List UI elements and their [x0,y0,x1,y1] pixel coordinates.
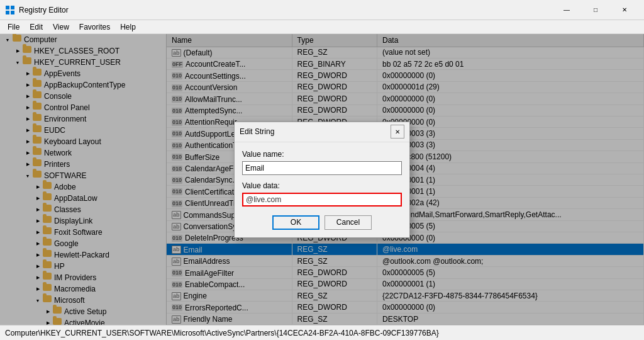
menu-bar: FileEditViewFavoritesHelp [0,20,644,34]
app-icon [5,5,15,15]
svg-rect-3 [11,11,14,14]
svg-rect-2 [6,11,9,14]
menu-item-edit[interactable]: Edit [25,21,48,33]
edit-string-dialog: Edit String ✕ Value name: Value data: OK… [234,122,410,238]
menu-item-favorites[interactable]: Favorites [74,21,115,33]
menu-item-help[interactable]: Help [115,21,141,33]
minimize-button[interactable]: — [552,0,581,20]
status-path: Computer\HKEY_CURRENT_USER\SOFTWARE\Micr… [5,329,439,337]
window-controls: — □ ✕ [552,0,639,20]
modal-overlay: Edit String ✕ Value name: Value data: OK… [0,34,644,325]
dialog-body: Value name: Value data: OK Cancel [235,142,409,237]
value-name-label: Value name: [242,150,402,159]
svg-rect-0 [6,6,9,9]
close-button[interactable]: ✕ [610,0,639,20]
menu-item-file[interactable]: File [3,21,25,33]
ok-button[interactable]: OK [272,215,319,230]
value-name-input[interactable] [242,161,402,175]
value-data-input[interactable] [242,193,402,207]
dialog-buttons: OK Cancel [242,213,402,230]
cancel-button[interactable]: Cancel [325,215,372,230]
title-bar: Registry Editor — □ ✕ [0,0,644,20]
menu-item-view[interactable]: View [48,21,74,33]
window-title: Registry Editor [19,6,552,14]
maximize-button[interactable]: □ [581,0,610,20]
value-data-label: Value data: [242,181,402,190]
dialog-title-bar: Edit String ✕ [235,122,409,142]
dialog-close-button[interactable]: ✕ [391,125,404,139]
svg-rect-1 [11,6,14,9]
status-bar: Computer\HKEY_CURRENT_USER\SOFTWARE\Micr… [0,325,644,340]
dialog-title: Edit String [240,127,391,136]
